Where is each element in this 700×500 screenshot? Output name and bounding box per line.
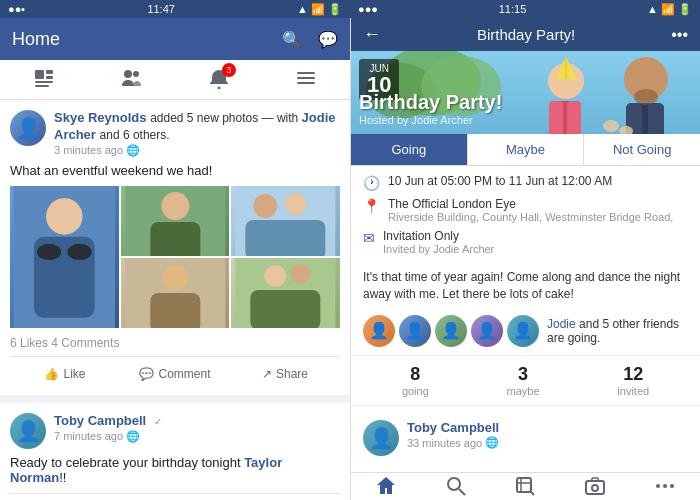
maybe-button[interactable]: Maybe	[468, 134, 585, 165]
svg-point-47	[448, 478, 460, 490]
nav-menu[interactable]	[295, 67, 317, 93]
nav-camera[interactable]	[560, 475, 630, 497]
notification-badge: 3	[222, 63, 236, 77]
event-invite-row: ✉ Invitation Only Invited by Jodie Arche…	[363, 229, 688, 255]
right-post: 👤 Toby Campbell 33 minutes ago 🌐	[351, 410, 700, 472]
event-stats-row: 8 going 3 maybe 12 invited	[351, 355, 700, 406]
svg-line-48	[459, 489, 465, 495]
post-actions: 👍Like 💬Comment ↗Share	[10, 356, 340, 385]
avatar: 👤	[10, 413, 46, 449]
svg-point-15	[67, 244, 91, 260]
svg-rect-1	[46, 70, 53, 74]
svg-rect-4	[35, 85, 49, 87]
event-venue: The Official London Eye	[388, 197, 673, 211]
svg-rect-22	[246, 220, 326, 256]
svg-point-24	[162, 265, 188, 291]
bottom-nav	[351, 472, 700, 500]
svg-point-28	[291, 264, 311, 284]
post-text: What an eventful weekend we had!	[10, 163, 340, 178]
search-icon[interactable]: 🔍	[282, 30, 302, 49]
left-time: 11:47	[147, 3, 175, 15]
svg-point-53	[592, 485, 598, 491]
right-time: 11:15	[499, 3, 527, 15]
svg-rect-2	[46, 76, 53, 79]
photo-cell	[121, 186, 230, 256]
svg-rect-0	[35, 70, 44, 79]
back-icon[interactable]: ←	[363, 24, 381, 45]
friends-going-row: 👤 👤 👤 👤 👤 Jodie and 5 other friends are …	[351, 311, 700, 355]
photo-cell	[231, 186, 340, 256]
svg-point-12	[46, 198, 83, 235]
svg-point-27	[265, 265, 287, 287]
photo-cell	[121, 258, 230, 328]
left-signal-icon: ●●▪	[8, 3, 25, 15]
nav-friends[interactable]	[120, 67, 142, 93]
event-location-row: 📍 The Official London Eye Riverside Buil…	[363, 197, 688, 223]
clock-icon: 🕐	[363, 175, 380, 191]
svg-rect-8	[297, 72, 315, 74]
event-description: It's that time of year again! Come along…	[351, 269, 700, 311]
svg-point-5	[124, 70, 132, 78]
svg-point-20	[254, 194, 278, 218]
svg-rect-3	[35, 81, 53, 83]
friend-avatar: 👤	[435, 315, 467, 347]
nav-notifications[interactable]: 3	[208, 67, 230, 93]
post-time: 7 minutes ago 🌐	[54, 430, 340, 443]
post-time: 33 minutes ago 🌐	[407, 436, 688, 449]
nav-home[interactable]	[351, 475, 421, 497]
friends-going-text: Jodie and 5 other friends are going.	[547, 317, 688, 345]
avatar: 👤	[363, 420, 399, 456]
svg-rect-18	[150, 222, 200, 256]
left-battery-icon: ▲📶🔋	[297, 3, 342, 16]
post-item: 👤 Toby Campbell ✓ 7 minutes ago 🌐	[0, 403, 350, 500]
event-invite-type: Invitation Only	[383, 229, 494, 243]
like-button[interactable]: 👍Like	[10, 363, 120, 385]
going-button[interactable]: Going	[351, 134, 468, 165]
event-hero: Jun 10 Birthday Party! Hosted by Jodie A…	[351, 51, 700, 134]
messenger-icon[interactable]: 💬	[318, 30, 338, 49]
avatar: 👤	[10, 110, 46, 146]
svg-rect-52	[586, 481, 604, 494]
more-icon[interactable]: •••	[671, 26, 688, 44]
svg-rect-25	[150, 293, 200, 328]
nav-compose[interactable]	[491, 475, 561, 497]
pin-icon: 📍	[363, 198, 380, 214]
post-author: Toby Campbell ✓	[54, 413, 340, 430]
svg-point-7	[217, 86, 220, 89]
photo-cell	[231, 258, 340, 328]
post-actions: 👍Like 💬Comment ↗Share	[10, 493, 340, 500]
svg-point-56	[670, 484, 674, 488]
nav-search-bottom[interactable]	[421, 475, 491, 497]
event-header-title: Birthday Party!	[381, 26, 671, 43]
comment-button[interactable]: 💬Comment	[120, 363, 230, 385]
nav-feed[interactable]	[33, 67, 55, 93]
svg-point-17	[161, 192, 189, 220]
post-author: Skye Reynolds added 5 new photos — with …	[54, 110, 340, 144]
svg-point-55	[663, 484, 667, 488]
right-signal-icon: ●●●	[358, 3, 378, 15]
svg-rect-10	[297, 82, 315, 84]
not-going-button[interactable]: Not Going	[584, 134, 700, 165]
photo-cell	[10, 186, 119, 328]
friend-avatar: 👤	[399, 315, 431, 347]
stat-going: 8 going	[402, 364, 429, 397]
rsvp-bar: Going Maybe Not Going	[351, 134, 700, 166]
event-time-row: 🕐 10 Jun at 05:00 PM to 11 Jun at 12:00 …	[363, 174, 688, 191]
post-stats: 6 Likes 4 Comments	[10, 336, 340, 350]
stat-maybe: 3 maybe	[507, 364, 540, 397]
friend-avatar: 👤	[363, 315, 395, 347]
nav-more-dots[interactable]	[630, 475, 700, 497]
svg-point-6	[133, 71, 139, 77]
home-title: Home	[12, 29, 60, 50]
share-button[interactable]: ↗Share	[230, 363, 340, 385]
svg-rect-29	[251, 290, 321, 328]
friend-link[interactable]: Jodie	[547, 317, 576, 331]
svg-point-14	[37, 244, 61, 260]
friend-avatar: 👤	[471, 315, 503, 347]
photo-grid	[10, 186, 340, 328]
post-item: 👤 Skye Reynolds added 5 new photos — wit…	[0, 100, 350, 395]
post-text: Ready to celebrate your birthday tonight…	[10, 455, 340, 485]
friend-avatar: 👤	[507, 315, 539, 347]
event-address: Riverside Building, County Hall, Westmin…	[388, 211, 673, 223]
svg-rect-9	[297, 77, 315, 79]
